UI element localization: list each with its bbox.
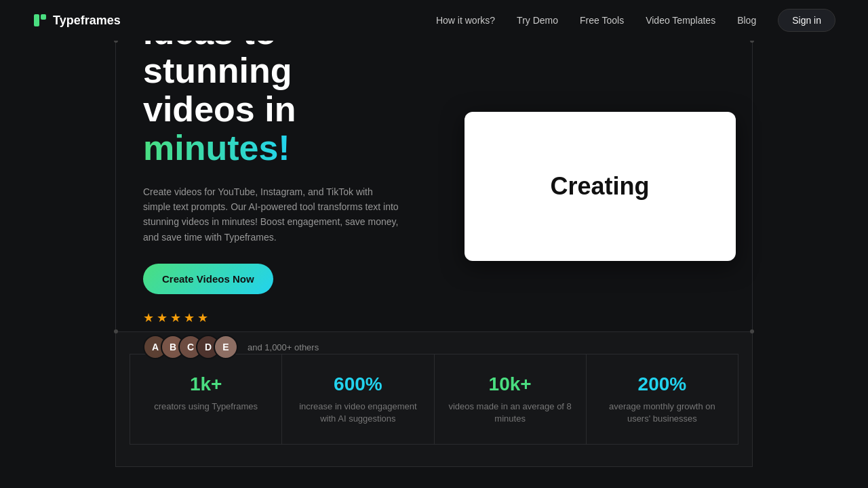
social-proof: A B C D E and 1,000+ others (143, 335, 420, 359)
hero-right: Creating (448, 98, 752, 274)
hero-left: Ideas to stunning videos in minutes! Cre… (116, 0, 448, 386)
nav-try-demo[interactable]: Try Demo (517, 15, 558, 26)
stat-desc-creators: creators using Typeframes (144, 401, 268, 413)
create-videos-button[interactable]: Create Videos Now (143, 264, 273, 294)
avatar-5: E (214, 335, 238, 359)
stat-desc-engagement: increase in video engagement with AI sug… (296, 401, 420, 425)
nav-video-templates[interactable]: Video Templates (646, 15, 715, 26)
hero-title-line2-plain: videos in (143, 89, 296, 129)
dot-bottom-left (114, 329, 118, 333)
star-1: ★ (143, 310, 154, 325)
logo[interactable]: Typeframes (33, 13, 121, 28)
creating-text: Creating (550, 172, 649, 201)
star-2: ★ (157, 310, 167, 325)
hero-title-highlight: minutes! (143, 128, 290, 167)
star-3: ★ (170, 310, 181, 325)
stat-growth: 200% average monthly growth on users' bu… (587, 354, 738, 444)
video-preview: Creating (465, 112, 736, 261)
nav-links: How it works? Try Demo Free Tools Video … (436, 9, 835, 32)
star-rating: ★ ★ ★ ★ ★ (143, 310, 420, 325)
hero-section: Ideas to stunning videos in minutes! Cre… (115, 41, 753, 332)
nav-free-tools[interactable]: Free Tools (580, 15, 624, 26)
star-4: ★ (184, 310, 195, 325)
svg-rect-0 (34, 14, 39, 26)
stat-value-growth: 200% (600, 373, 724, 395)
stat-desc-growth: average monthly growth on users' busines… (600, 401, 724, 425)
hero-description: Create videos for YouTube, Instagram, an… (143, 184, 401, 245)
stat-videos: 10k+ videos made in an average of 8 minu… (435, 354, 587, 444)
nav-how-it-works[interactable]: How it works? (436, 15, 495, 26)
logo-text: Typeframes (53, 14, 121, 28)
logo-icon (33, 13, 47, 28)
stat-desc-videos: videos made in an average of 8 minutes (448, 401, 572, 425)
star-5: ★ (197, 310, 208, 325)
stat-value-videos: 10k+ (448, 373, 572, 395)
avatar-stack: A B C D E (143, 335, 231, 359)
svg-rect-1 (41, 14, 46, 20)
sign-in-button[interactable]: Sign in (778, 9, 835, 32)
nav-blog[interactable]: Blog (737, 15, 756, 26)
others-text: and 1,000+ others (248, 342, 319, 352)
dot-bottom-right (750, 329, 754, 333)
navbar: Typeframes How it works? Try Demo Free T… (0, 0, 868, 41)
